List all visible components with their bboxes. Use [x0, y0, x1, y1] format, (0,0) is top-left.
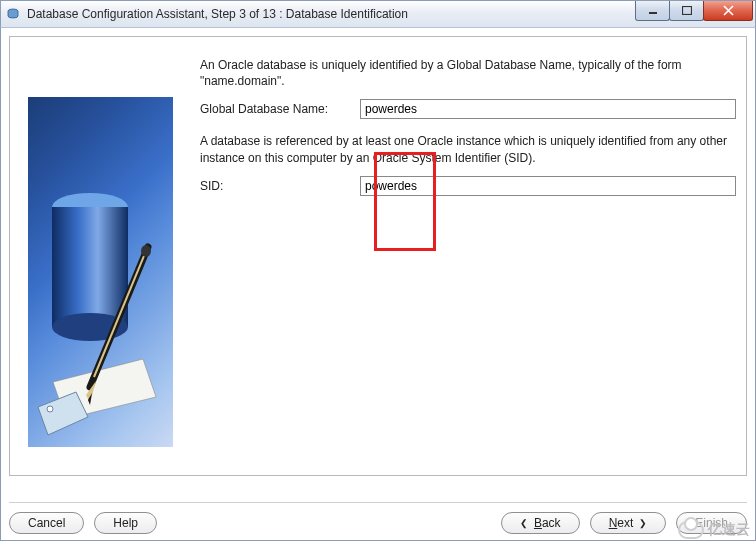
global-db-name-row: Global Database Name: — [200, 99, 736, 119]
svg-point-8 — [47, 406, 53, 412]
minimize-button[interactable] — [635, 1, 670, 21]
cancel-button[interactable]: Cancel — [9, 512, 84, 534]
title-bar: Database Configuration Assistant, Step 3… — [0, 0, 756, 28]
chevron-left-icon: ❮ — [520, 518, 528, 528]
svg-rect-2 — [682, 7, 691, 15]
next-label: ext — [617, 516, 633, 530]
next-button[interactable]: Next ❯ — [590, 512, 667, 534]
svg-rect-4 — [52, 207, 128, 327]
wizard-button-bar: Cancel Help ❮ Back Next ❯ Einish — [9, 502, 747, 530]
cloud-icon — [678, 521, 704, 539]
main-content: An Oracle database is uniquely identifie… — [200, 57, 736, 210]
close-button[interactable] — [703, 1, 753, 21]
svg-point-13 — [141, 245, 151, 257]
help-button[interactable]: Help — [94, 512, 157, 534]
sid-row: SID: — [200, 176, 736, 196]
back-button[interactable]: ❮ Back — [501, 512, 580, 534]
sid-input[interactable] — [360, 176, 736, 196]
window-controls — [636, 1, 753, 21]
sid-label: SID: — [200, 179, 360, 193]
wizard-illustration — [28, 97, 173, 447]
global-db-name-input[interactable] — [360, 99, 736, 119]
maximize-button[interactable] — [669, 1, 704, 21]
intro-text: An Oracle database is uniquely identifie… — [200, 57, 736, 89]
svg-rect-1 — [649, 12, 657, 14]
global-db-name-label: Global Database Name: — [200, 102, 360, 116]
back-label: ack — [542, 516, 561, 530]
watermark: 亿速云 — [678, 521, 750, 539]
content-frame: An Oracle database is uniquely identifie… — [9, 36, 747, 476]
window-body: An Oracle database is uniquely identifie… — [0, 28, 756, 541]
sid-intro-text: A database is referenced by at least one… — [200, 133, 736, 165]
chevron-right-icon: ❯ — [639, 518, 647, 528]
app-icon — [5, 6, 21, 22]
watermark-text: 亿速云 — [708, 521, 750, 539]
window-title: Database Configuration Assistant, Step 3… — [27, 7, 408, 21]
